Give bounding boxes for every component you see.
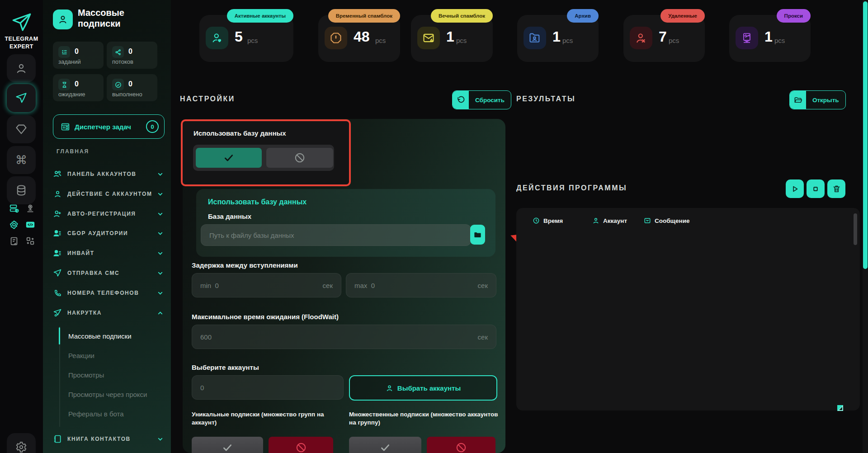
paper-plane-plus-icon: [53, 308, 62, 317]
sidebar-item-audience-collection[interactable]: СБОР АУДИТОРИИ: [53, 225, 164, 241]
subitem-views-via-proxy[interactable]: Просмотры через прокси: [68, 387, 159, 402]
unique-no-button[interactable]: [269, 437, 333, 453]
unique-yes-button[interactable]: [192, 437, 263, 453]
toggle-no-button[interactable]: [266, 148, 333, 168]
multiple-subs-label: Множественные подписки (множество аккаун…: [349, 411, 498, 426]
users-icon: [53, 170, 62, 179]
col-time: Время: [533, 217, 563, 224]
task-manager-button[interactable]: Диспетчер задач 0: [53, 114, 165, 139]
card-value: 48: [354, 28, 370, 45]
rail-database-button[interactable]: [7, 176, 36, 204]
card-active-accounts: Активные аккаунты 5 pcs: [199, 15, 293, 62]
table-scrollbar-thumb[interactable]: [854, 213, 857, 245]
user-list-icon: [53, 249, 62, 258]
card-deleted: Удаленные 7 pcs: [623, 15, 705, 62]
sidebar-item-account-action[interactable]: ДЕЙСТВИЕ С АККАУНТОМ: [53, 186, 164, 202]
select-accounts-button[interactable]: Выбрать аккаунты: [349, 375, 497, 401]
chevron-down-icon: [156, 269, 164, 277]
task-manager-badge: 0: [146, 120, 159, 133]
server-check-icon[interactable]: [9, 203, 19, 213]
accounts-count-value: 0: [192, 384, 343, 392]
delay-max-input[interactable]: max 0 сек: [346, 273, 496, 297]
user-icon: [386, 384, 393, 392]
card-value: 5: [235, 28, 243, 45]
card-unit: pcs: [456, 37, 467, 44]
delay-min-input[interactable]: min 0 сек: [192, 273, 341, 297]
reset-icon: [453, 91, 469, 109]
module-icon-tile: [53, 9, 73, 29]
clipboard-check-icon[interactable]: [9, 236, 19, 246]
col-message: Сообщение: [644, 217, 689, 224]
resize-grip[interactable]: [837, 405, 843, 411]
page-scrollbar-thumb[interactable]: [863, 1, 868, 269]
card-unit: pcs: [774, 37, 785, 44]
open-button[interactable]: Открыть: [789, 90, 846, 109]
use-db-toggle: [193, 145, 334, 171]
reset-button[interactable]: Сбросить: [452, 90, 511, 109]
card-unit: pcs: [562, 37, 573, 44]
share-nodes-icon: [112, 46, 124, 58]
settings-heading: НАСТРОЙКИ: [180, 95, 235, 103]
user-icon: [592, 217, 599, 224]
rail-premium-button[interactable]: [7, 115, 36, 143]
card-archive: Архив 1 pcs: [517, 15, 599, 62]
gear-module-icon[interactable]: [9, 220, 19, 230]
multiple-yes-button[interactable]: [349, 437, 421, 453]
browse-db-button[interactable]: [470, 225, 485, 245]
clear-log-button[interactable]: [827, 179, 845, 198]
sidebar-item-send-sms[interactable]: ОТПРАВКА СМС: [53, 265, 164, 281]
subitem-mass-subscriptions[interactable]: Массовые подписки: [68, 328, 159, 344]
rail-settings-button[interactable]: [7, 433, 36, 453]
swap-boxes-icon[interactable]: [25, 236, 35, 246]
alert-octagon-icon: [325, 27, 347, 49]
stop-button[interactable]: [807, 179, 825, 198]
open-label: Открыть: [806, 91, 845, 109]
subitem-reactions[interactable]: Реакции: [68, 348, 159, 363]
stat-card-waiting: 0 ожидание: [53, 74, 104, 101]
sidebar-item-invite[interactable]: ИНВАЙТ: [53, 245, 164, 261]
chevron-up-icon: [156, 309, 164, 316]
diamond-icon: [15, 123, 28, 136]
card-proxy: Прокси 1 pcs: [729, 15, 811, 62]
mail-icon: [644, 217, 651, 224]
accounts-count-input[interactable]: 0: [192, 375, 344, 400]
chevron-down-icon: [156, 250, 164, 257]
task-manager-label: Диспетчер задач: [75, 123, 131, 131]
db-path-input[interactable]: Путь к файлу базы данных: [201, 224, 471, 246]
sidebar-item-accounts-panel[interactable]: ПАНЕЛЬ АККАУНТОВ: [53, 166, 164, 182]
stat-value: 0: [128, 80, 132, 88]
sidebar-item-boosting[interactable]: НАКРУТКА: [53, 305, 164, 321]
folder-open-icon: [790, 91, 806, 109]
sidebar-item-phone-numbers[interactable]: НОМЕРА ТЕЛЕФОНОВ: [53, 285, 164, 301]
ban-icon: [455, 442, 467, 453]
code-window-icon[interactable]: [25, 220, 35, 230]
gear-icon: [15, 441, 27, 453]
play-button[interactable]: [786, 179, 804, 198]
user-x-icon: [630, 27, 652, 49]
ban-icon: [295, 442, 307, 453]
floodwait-input[interactable]: 600 сек: [192, 325, 496, 349]
rail-user-button[interactable]: [7, 54, 36, 82]
subitem-bot-referrals[interactable]: Рефералы в бота: [68, 406, 159, 421]
stat-card-done: 0 выполнено: [107, 74, 157, 101]
accounts-label: Выберите аккаунты: [192, 363, 259, 371]
app-logo-icon: [10, 11, 33, 34]
rail-telegram-button[interactable]: [7, 84, 36, 112]
multiple-no-button[interactable]: [427, 437, 495, 453]
stat-value: 0: [75, 47, 79, 56]
stat-label: выполнено: [112, 91, 142, 98]
floodwait-label: Максимальное время ожидания (FloodWait): [192, 313, 339, 321]
rail-command-button[interactable]: ⌘: [7, 146, 36, 174]
proxy-server-icon: [736, 27, 758, 49]
floodwait-value: 600: [192, 333, 478, 341]
subitem-views[interactable]: Просмотры: [68, 367, 159, 382]
sidebar-item-auto-registration[interactable]: АВТО-РЕГИСТРАЦИЯ: [53, 206, 164, 222]
db-card-title: Использовать базу данных: [208, 198, 307, 206]
paper-plane-icon: [15, 92, 28, 104]
sidebar-item-contact-book[interactable]: КНИГА КОНТАКТОВ: [53, 431, 164, 447]
card-unit: pcs: [247, 37, 258, 44]
toggle-yes-button[interactable]: [196, 148, 262, 168]
user-camera-icon[interactable]: [25, 203, 35, 213]
col-account: Аккаунт: [592, 217, 627, 224]
task-manager-icon: [61, 122, 70, 132]
